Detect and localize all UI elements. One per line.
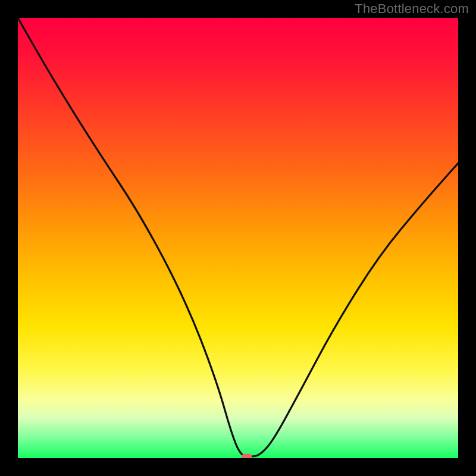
optimum-marker <box>242 454 252 458</box>
plot-area <box>18 18 458 458</box>
chart-frame: TheBottleneck.com <box>0 0 476 476</box>
watermark-text: TheBottleneck.com <box>355 1 469 17</box>
bottleneck-curve <box>18 18 458 457</box>
plot-svg <box>18 18 458 458</box>
